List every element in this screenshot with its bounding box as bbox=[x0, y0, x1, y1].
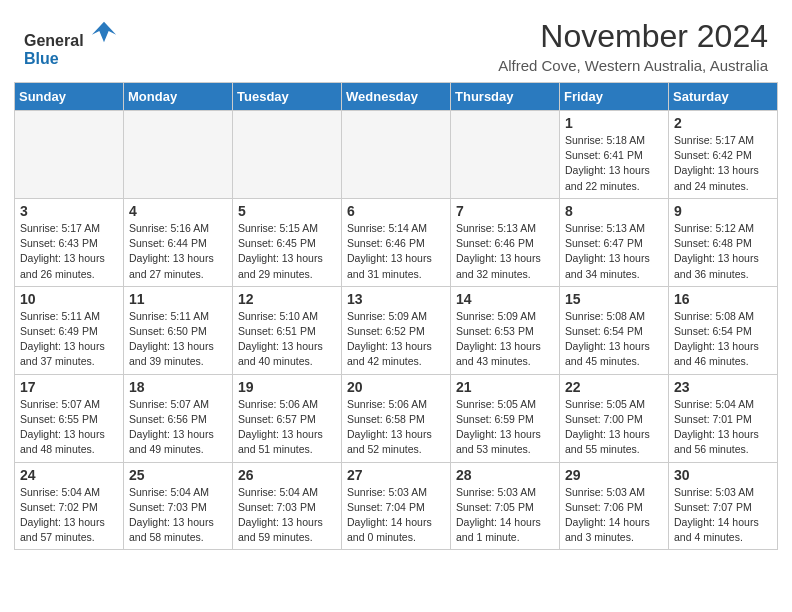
calendar-cell: 14Sunrise: 5:09 AM Sunset: 6:53 PM Dayli… bbox=[451, 286, 560, 374]
month-title: November 2024 bbox=[498, 18, 768, 55]
day-info: Sunrise: 5:09 AM Sunset: 6:53 PM Dayligh… bbox=[456, 309, 554, 370]
calendar-cell: 10Sunrise: 5:11 AM Sunset: 6:49 PM Dayli… bbox=[15, 286, 124, 374]
calendar-cell bbox=[124, 111, 233, 199]
day-info: Sunrise: 5:14 AM Sunset: 6:46 PM Dayligh… bbox=[347, 221, 445, 282]
day-number: 1 bbox=[565, 115, 663, 131]
day-number: 26 bbox=[238, 467, 336, 483]
day-info: Sunrise: 5:18 AM Sunset: 6:41 PM Dayligh… bbox=[565, 133, 663, 194]
day-info: Sunrise: 5:08 AM Sunset: 6:54 PM Dayligh… bbox=[565, 309, 663, 370]
day-number: 8 bbox=[565, 203, 663, 219]
day-info: Sunrise: 5:06 AM Sunset: 6:57 PM Dayligh… bbox=[238, 397, 336, 458]
calendar-cell bbox=[342, 111, 451, 199]
logo-bird-icon bbox=[90, 18, 118, 46]
calendar-week-5: 24Sunrise: 5:04 AM Sunset: 7:02 PM Dayli… bbox=[15, 462, 778, 550]
day-number: 25 bbox=[129, 467, 227, 483]
day-info: Sunrise: 5:03 AM Sunset: 7:07 PM Dayligh… bbox=[674, 485, 772, 546]
day-info: Sunrise: 5:17 AM Sunset: 6:42 PM Dayligh… bbox=[674, 133, 772, 194]
calendar-cell: 23Sunrise: 5:04 AM Sunset: 7:01 PM Dayli… bbox=[669, 374, 778, 462]
day-number: 4 bbox=[129, 203, 227, 219]
day-info: Sunrise: 5:15 AM Sunset: 6:45 PM Dayligh… bbox=[238, 221, 336, 282]
logo: General Blue bbox=[24, 18, 118, 67]
day-info: Sunrise: 5:07 AM Sunset: 6:55 PM Dayligh… bbox=[20, 397, 118, 458]
calendar-cell: 26Sunrise: 5:04 AM Sunset: 7:03 PM Dayli… bbox=[233, 462, 342, 550]
calendar-cell: 9Sunrise: 5:12 AM Sunset: 6:48 PM Daylig… bbox=[669, 198, 778, 286]
logo-blue-text: Blue bbox=[24, 50, 59, 67]
calendar-cell: 29Sunrise: 5:03 AM Sunset: 7:06 PM Dayli… bbox=[560, 462, 669, 550]
day-number: 29 bbox=[565, 467, 663, 483]
calendar-cell: 24Sunrise: 5:04 AM Sunset: 7:02 PM Dayli… bbox=[15, 462, 124, 550]
day-info: Sunrise: 5:03 AM Sunset: 7:04 PM Dayligh… bbox=[347, 485, 445, 546]
location-text: Alfred Cove, Western Australia, Australi… bbox=[498, 57, 768, 74]
day-info: Sunrise: 5:04 AM Sunset: 7:01 PM Dayligh… bbox=[674, 397, 772, 458]
day-number: 17 bbox=[20, 379, 118, 395]
day-number: 27 bbox=[347, 467, 445, 483]
calendar-cell: 13Sunrise: 5:09 AM Sunset: 6:52 PM Dayli… bbox=[342, 286, 451, 374]
day-info: Sunrise: 5:05 AM Sunset: 7:00 PM Dayligh… bbox=[565, 397, 663, 458]
calendar-cell: 30Sunrise: 5:03 AM Sunset: 7:07 PM Dayli… bbox=[669, 462, 778, 550]
day-info: Sunrise: 5:12 AM Sunset: 6:48 PM Dayligh… bbox=[674, 221, 772, 282]
calendar-week-1: 1Sunrise: 5:18 AM Sunset: 6:41 PM Daylig… bbox=[15, 111, 778, 199]
day-info: Sunrise: 5:03 AM Sunset: 7:05 PM Dayligh… bbox=[456, 485, 554, 546]
weekday-header-tuesday: Tuesday bbox=[233, 83, 342, 111]
calendar-body: 1Sunrise: 5:18 AM Sunset: 6:41 PM Daylig… bbox=[15, 111, 778, 550]
day-number: 28 bbox=[456, 467, 554, 483]
day-info: Sunrise: 5:08 AM Sunset: 6:54 PM Dayligh… bbox=[674, 309, 772, 370]
day-number: 13 bbox=[347, 291, 445, 307]
calendar-cell: 5Sunrise: 5:15 AM Sunset: 6:45 PM Daylig… bbox=[233, 198, 342, 286]
weekday-header-saturday: Saturday bbox=[669, 83, 778, 111]
svg-marker-0 bbox=[92, 22, 116, 43]
weekday-header-thursday: Thursday bbox=[451, 83, 560, 111]
day-info: Sunrise: 5:04 AM Sunset: 7:03 PM Dayligh… bbox=[129, 485, 227, 546]
calendar-cell: 11Sunrise: 5:11 AM Sunset: 6:50 PM Dayli… bbox=[124, 286, 233, 374]
calendar-cell: 15Sunrise: 5:08 AM Sunset: 6:54 PM Dayli… bbox=[560, 286, 669, 374]
day-number: 14 bbox=[456, 291, 554, 307]
day-info: Sunrise: 5:04 AM Sunset: 7:03 PM Dayligh… bbox=[238, 485, 336, 546]
calendar-week-4: 17Sunrise: 5:07 AM Sunset: 6:55 PM Dayli… bbox=[15, 374, 778, 462]
calendar-cell: 16Sunrise: 5:08 AM Sunset: 6:54 PM Dayli… bbox=[669, 286, 778, 374]
day-number: 3 bbox=[20, 203, 118, 219]
day-number: 30 bbox=[674, 467, 772, 483]
day-info: Sunrise: 5:09 AM Sunset: 6:52 PM Dayligh… bbox=[347, 309, 445, 370]
day-number: 23 bbox=[674, 379, 772, 395]
calendar-cell: 25Sunrise: 5:04 AM Sunset: 7:03 PM Dayli… bbox=[124, 462, 233, 550]
calendar-cell bbox=[15, 111, 124, 199]
title-block: November 2024 Alfred Cove, Western Austr… bbox=[498, 18, 768, 74]
calendar-cell: 18Sunrise: 5:07 AM Sunset: 6:56 PM Dayli… bbox=[124, 374, 233, 462]
day-info: Sunrise: 5:04 AM Sunset: 7:02 PM Dayligh… bbox=[20, 485, 118, 546]
calendar-table: SundayMondayTuesdayWednesdayThursdayFrid… bbox=[14, 82, 778, 550]
day-number: 6 bbox=[347, 203, 445, 219]
day-number: 11 bbox=[129, 291, 227, 307]
calendar-cell: 21Sunrise: 5:05 AM Sunset: 6:59 PM Dayli… bbox=[451, 374, 560, 462]
calendar-week-3: 10Sunrise: 5:11 AM Sunset: 6:49 PM Dayli… bbox=[15, 286, 778, 374]
day-info: Sunrise: 5:06 AM Sunset: 6:58 PM Dayligh… bbox=[347, 397, 445, 458]
day-number: 22 bbox=[565, 379, 663, 395]
day-info: Sunrise: 5:07 AM Sunset: 6:56 PM Dayligh… bbox=[129, 397, 227, 458]
calendar-cell: 20Sunrise: 5:06 AM Sunset: 6:58 PM Dayli… bbox=[342, 374, 451, 462]
day-number: 20 bbox=[347, 379, 445, 395]
day-number: 9 bbox=[674, 203, 772, 219]
day-info: Sunrise: 5:17 AM Sunset: 6:43 PM Dayligh… bbox=[20, 221, 118, 282]
day-number: 12 bbox=[238, 291, 336, 307]
calendar-cell: 6Sunrise: 5:14 AM Sunset: 6:46 PM Daylig… bbox=[342, 198, 451, 286]
day-info: Sunrise: 5:03 AM Sunset: 7:06 PM Dayligh… bbox=[565, 485, 663, 546]
weekday-header-friday: Friday bbox=[560, 83, 669, 111]
calendar-cell bbox=[233, 111, 342, 199]
day-number: 21 bbox=[456, 379, 554, 395]
calendar-cell: 3Sunrise: 5:17 AM Sunset: 6:43 PM Daylig… bbox=[15, 198, 124, 286]
weekday-header-monday: Monday bbox=[124, 83, 233, 111]
page-header: General Blue November 2024 Alfred Cove, … bbox=[0, 0, 792, 82]
calendar-cell: 22Sunrise: 5:05 AM Sunset: 7:00 PM Dayli… bbox=[560, 374, 669, 462]
calendar-cell: 7Sunrise: 5:13 AM Sunset: 6:46 PM Daylig… bbox=[451, 198, 560, 286]
day-number: 24 bbox=[20, 467, 118, 483]
calendar-cell: 28Sunrise: 5:03 AM Sunset: 7:05 PM Dayli… bbox=[451, 462, 560, 550]
logo-general-text: General bbox=[24, 32, 84, 49]
calendar-header-row: SundayMondayTuesdayWednesdayThursdayFrid… bbox=[15, 83, 778, 111]
calendar-cell: 1Sunrise: 5:18 AM Sunset: 6:41 PM Daylig… bbox=[560, 111, 669, 199]
day-info: Sunrise: 5:13 AM Sunset: 6:46 PM Dayligh… bbox=[456, 221, 554, 282]
day-number: 16 bbox=[674, 291, 772, 307]
calendar-cell: 2Sunrise: 5:17 AM Sunset: 6:42 PM Daylig… bbox=[669, 111, 778, 199]
day-info: Sunrise: 5:11 AM Sunset: 6:49 PM Dayligh… bbox=[20, 309, 118, 370]
day-number: 10 bbox=[20, 291, 118, 307]
day-number: 2 bbox=[674, 115, 772, 131]
calendar-cell: 17Sunrise: 5:07 AM Sunset: 6:55 PM Dayli… bbox=[15, 374, 124, 462]
